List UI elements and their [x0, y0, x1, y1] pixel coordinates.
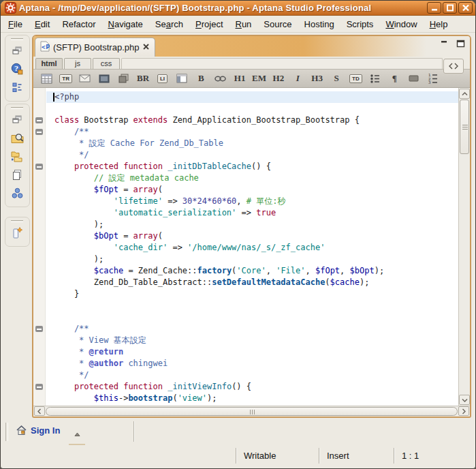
file-search-icon[interactable]	[9, 130, 25, 146]
cluster-icon[interactable]	[9, 185, 25, 201]
code-line[interactable]	[46, 312, 458, 323]
heading3-icon[interactable]: H3	[307, 70, 326, 87]
horizontal-scroll-thumb[interactable]	[46, 407, 458, 416]
vertical-scroll-thumb[interactable]	[460, 100, 469, 154]
code-line[interactable]: $fOpt = array(	[46, 184, 458, 196]
layout-icon[interactable]	[172, 70, 191, 87]
code-line[interactable]: * View 基本設定	[46, 335, 458, 346]
menu-help[interactable]: Help	[424, 17, 454, 31]
heading1-icon[interactable]: H1	[230, 70, 249, 87]
menu-run[interactable]: Run	[229, 17, 258, 31]
code-area[interactable]: <?phpclass Bootstrap extends Zend_Applic…	[46, 88, 458, 406]
mail-icon[interactable]	[76, 70, 95, 87]
emphasis-icon[interactable]: EM	[249, 70, 268, 87]
table-cell-icon[interactable]: TD	[346, 70, 365, 87]
code-line[interactable]: protected function _initDbTableCache() {	[46, 161, 458, 172]
horizontal-scrollbar[interactable]	[33, 406, 470, 417]
fold-collapse-icon[interactable]	[35, 326, 43, 332]
menu-project[interactable]: Project	[189, 17, 229, 31]
menu-hosting[interactable]: Hosting	[298, 17, 340, 31]
vertical-scrollbar[interactable]	[458, 88, 470, 406]
code-line[interactable]: Zend_Db_Table_Abstract::setDefaultMetada…	[46, 277, 458, 288]
fold-collapse-icon[interactable]	[35, 129, 43, 135]
menu-refactor[interactable]: Refactor	[56, 17, 101, 31]
code-line[interactable]: );	[46, 254, 458, 265]
fold-collapse-icon[interactable]	[35, 164, 43, 170]
image-icon[interactable]	[95, 70, 114, 87]
scroll-right-icon[interactable]	[458, 406, 469, 416]
bullet-list-icon[interactable]	[366, 70, 385, 87]
minimize-view-icon[interactable]	[439, 39, 449, 48]
code-line[interactable]	[46, 103, 458, 115]
code-line[interactable]: $cache = Zend_Cache::factory('Core', 'Fi…	[46, 265, 458, 277]
maximize-view-icon[interactable]	[455, 39, 466, 48]
table-row-icon[interactable]: TR	[56, 70, 75, 87]
menu-edit[interactable]: Edit	[29, 17, 56, 31]
code-line[interactable]: * @return	[46, 346, 458, 358]
link-icon[interactable]	[211, 70, 230, 87]
horizontal-rule-icon[interactable]	[404, 70, 423, 87]
outline-icon[interactable]	[9, 79, 25, 95]
layers-icon[interactable]	[114, 70, 133, 87]
sync-folders-icon[interactable]	[9, 148, 25, 164]
code-line[interactable]: */	[46, 369, 458, 381]
titlebar[interactable]: Aptana - /tmp/Dev/application/(SFTP) Boo…	[1, 1, 475, 16]
menu-file[interactable]: File	[2, 17, 29, 31]
code-line[interactable]: // 設定 metadata cache	[46, 172, 458, 184]
code-line[interactable]: $this->bootstrap('view');	[46, 393, 458, 404]
drag-handle[interactable]	[11, 220, 23, 222]
code-line[interactable]: protected function _initViewInfo() {	[46, 381, 458, 393]
maximize-icon[interactable]	[443, 2, 457, 14]
code-line[interactable]	[46, 300, 458, 312]
scroll-up-icon[interactable]	[459, 89, 470, 99]
menu-window[interactable]: Window	[379, 17, 423, 31]
code-line[interactable]: class Bootstrap extends Zend_Application…	[46, 115, 458, 126]
drag-handle[interactable]	[11, 38, 23, 40]
code-line[interactable]: $bOpt = array(	[46, 230, 458, 242]
tab-close-icon[interactable]	[142, 42, 150, 52]
code-line[interactable]: 'cache_dir' => '/home/www/nas/_s/_zf_cac…	[46, 242, 458, 254]
scroll-down-icon[interactable]	[459, 395, 470, 405]
menu-navigate[interactable]: Navigate	[102, 17, 149, 31]
table-icon[interactable]	[37, 70, 56, 87]
collapse-arrow-icon[interactable]	[69, 427, 85, 445]
menu-source[interactable]: Source	[257, 17, 298, 31]
code-line[interactable]: }	[46, 288, 458, 300]
drag-handle[interactable]	[5, 423, 8, 441]
paragraph-icon[interactable]: ¶	[385, 70, 404, 87]
minimize-icon[interactable]	[427, 2, 441, 14]
help-icon[interactable]: ?	[9, 61, 25, 77]
subtab-js[interactable]: js	[64, 58, 91, 69]
fold-collapse-icon[interactable]	[35, 117, 43, 123]
code-line[interactable]: /**	[46, 126, 458, 138]
code-line[interactable]: * @author chingwei	[46, 358, 458, 369]
menu-search[interactable]: Search	[149, 17, 189, 31]
code-line[interactable]: <?php	[46, 91, 458, 103]
bold-icon[interactable]: B	[191, 70, 210, 87]
scroll-left-icon[interactable]	[34, 406, 45, 416]
numbered-list-icon[interactable]: 123	[424, 70, 443, 87]
code-line[interactable]: 'lifetime' => 30*24*60*60, # 單位:秒	[46, 196, 458, 207]
strikethrough-icon[interactable]: S	[327, 70, 346, 87]
sign-in-button[interactable]: Sign In	[31, 425, 60, 436]
restore-view-icon[interactable]	[9, 111, 25, 127]
close-icon[interactable]	[458, 2, 473, 14]
code-line[interactable]: /**	[46, 323, 458, 335]
line-break-icon[interactable]: BR	[133, 70, 153, 87]
fold-collapse-icon[interactable]	[35, 384, 43, 390]
code-line[interactable]: 'automatic_serialization' => true	[46, 207, 458, 219]
code-line[interactable]: */	[46, 149, 458, 161]
tab-bootstrap-php[interactable]: <P (SFTP) Bootstrap.php	[35, 37, 155, 57]
snippets-icon[interactable]	[9, 224, 25, 241]
subtab-html[interactable]: html	[35, 58, 63, 69]
toolbar-toggle-button[interactable]	[443, 59, 464, 74]
copy-icon[interactable]	[9, 166, 25, 183]
italic-icon[interactable]: I	[288, 70, 307, 87]
code-line[interactable]: );	[46, 219, 458, 230]
subtab-css[interactable]: css	[93, 58, 120, 69]
list-item-icon[interactable]: LI	[153, 70, 172, 87]
restore-view-icon[interactable]	[9, 42, 25, 59]
menu-scripts[interactable]: Scripts	[340, 17, 380, 31]
code-line[interactable]: * 設定 Cache For Zend_Db_Table	[46, 138, 458, 149]
heading2-icon[interactable]: H2	[269, 70, 288, 87]
